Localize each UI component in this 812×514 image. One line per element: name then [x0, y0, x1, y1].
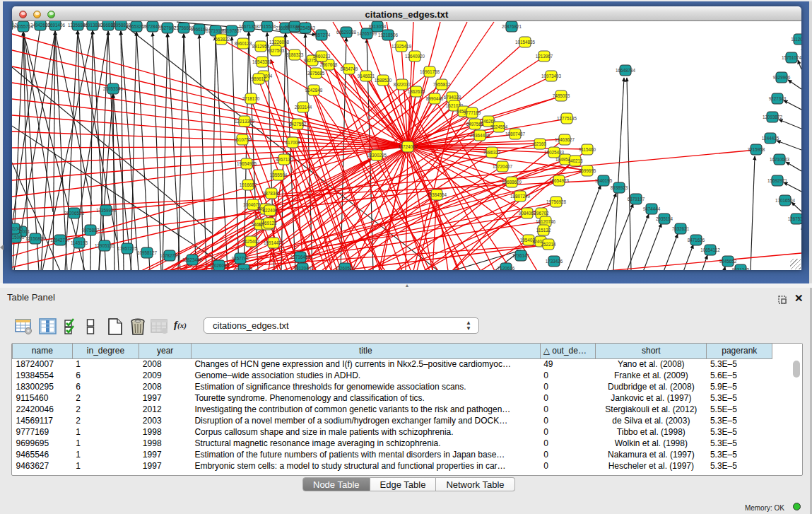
svg-text:83197857: 83197857	[222, 28, 242, 33]
svg-text:19218506: 19218506	[378, 33, 399, 37]
svg-text:19756928: 19756928	[546, 199, 567, 204]
svg-text:1916682: 1916682	[240, 182, 257, 187]
svg-text:8322037: 8322037	[394, 82, 411, 87]
svg-text:1610755: 1610755	[234, 137, 252, 142]
svg-text:10688609: 10688609	[502, 180, 522, 185]
svg-text:17957225: 17957225	[117, 246, 138, 251]
svg-text:9327503: 9327503	[267, 48, 285, 53]
svg-text:10654923: 10654923	[549, 178, 570, 183]
svg-text:12325419: 12325419	[392, 44, 412, 49]
svg-text:20691406: 20691406	[45, 23, 66, 28]
svg-text:2935114: 2935114	[656, 216, 673, 221]
svg-text:7857274: 7857274	[313, 33, 331, 37]
svg-text:989612: 989612	[251, 76, 266, 81]
svg-text:89254563: 89254563	[295, 25, 316, 30]
svg-text:196702: 196702	[534, 211, 549, 216]
svg-text:6379197: 6379197	[628, 197, 645, 201]
svg-text:9699695: 9699695	[579, 168, 596, 173]
svg-text:12823446: 12823446	[182, 257, 203, 262]
svg-text:9031245: 9031245	[732, 267, 750, 270]
svg-text:13640920: 13640920	[405, 54, 425, 59]
svg-text:2803144: 2803144	[295, 105, 312, 110]
svg-text:9115460: 9115460	[579, 147, 596, 152]
svg-text:417004: 417004	[285, 140, 300, 145]
svg-text:12905135: 12905135	[95, 243, 115, 248]
svg-text:1213967: 1213967	[536, 54, 553, 59]
svg-text:1588520: 1588520	[375, 78, 392, 83]
svg-text:7986322: 7986322	[483, 150, 501, 155]
svg-text:1355594: 1355594	[270, 173, 288, 177]
svg-text:7663822: 7663822	[213, 37, 230, 42]
svg-text:19654935: 19654935	[237, 161, 257, 166]
svg-text:1362615: 1362615	[408, 89, 425, 94]
svg-text:18300295: 18300295	[367, 153, 387, 158]
svg-text:18807249: 18807249	[510, 194, 531, 199]
svg-text:16961758: 16961758	[420, 69, 440, 74]
svg-text:8471626: 8471626	[688, 238, 705, 243]
svg-text:16648784: 16648784	[616, 68, 636, 73]
svg-text:9777169: 9777169	[464, 110, 481, 115]
svg-text:7632621: 7632621	[672, 226, 690, 231]
svg-text:10654112: 10654112	[700, 247, 720, 252]
svg-text:12775135: 12775135	[557, 116, 577, 121]
svg-text:9474444: 9474444	[643, 206, 661, 211]
svg-text:940213: 940213	[567, 158, 583, 163]
svg-text:2867608: 2867608	[320, 62, 338, 67]
svg-text:3878342: 3878342	[263, 191, 281, 196]
svg-text:12156829: 12156829	[25, 236, 46, 241]
svg-text:16543382: 16543382	[252, 59, 273, 64]
svg-text:17359924: 17359924	[96, 208, 117, 213]
svg-text:13226058: 13226058	[269, 40, 290, 45]
svg-text:822404: 822404	[262, 208, 278, 213]
svg-text:6794028: 6794028	[444, 95, 461, 100]
svg-text:10807487: 10807487	[505, 132, 526, 136]
svg-text:9457791: 9457791	[232, 256, 249, 261]
svg-text:7955812: 7955812	[433, 82, 451, 87]
svg-text:16671358: 16671358	[239, 24, 259, 29]
svg-text:9329906: 9329906	[773, 75, 791, 80]
svg-text:9227343: 9227343	[769, 96, 787, 101]
svg-text:8990448: 8990448	[426, 96, 444, 101]
svg-text:7515524: 7515524	[259, 24, 276, 29]
svg-text:8427552: 8427552	[289, 122, 307, 127]
svg-text:3875685: 3875685	[307, 71, 325, 76]
svg-text:3624554: 3624554	[490, 124, 508, 129]
svg-text:3267130: 3267130	[276, 157, 293, 162]
svg-text:7625402: 7625402	[242, 239, 260, 244]
svg-text:7120616: 7120616	[498, 266, 515, 270]
svg-text:16210643: 16210643	[770, 157, 790, 162]
svg-text:8120465: 8120465	[235, 267, 253, 270]
svg-text:3215958: 3215958	[748, 147, 765, 152]
svg-text:12213303: 12213303	[235, 119, 255, 124]
svg-text:8186323: 8186323	[286, 52, 304, 57]
svg-text:9242848: 9242848	[305, 88, 323, 93]
svg-text:8960123: 8960123	[235, 41, 252, 46]
svg-text:115132: 115132	[536, 228, 551, 233]
svg-text:5460213: 5460213	[313, 54, 331, 59]
svg-text:1267534: 1267534	[788, 216, 801, 221]
svg-text:15751074: 15751074	[782, 55, 801, 60]
svg-text:19463627: 19463627	[555, 137, 575, 142]
svg-text:9146821: 9146821	[358, 74, 375, 78]
svg-text:7485003: 7485003	[553, 93, 570, 98]
svg-text:1145193: 1145193	[71, 240, 88, 245]
svg-text:1736141: 1736141	[512, 253, 530, 258]
svg-text:16914479: 16914479	[264, 240, 284, 245]
svg-text:1640195: 1640195	[595, 178, 613, 183]
svg-text:20876821: 20876821	[502, 24, 522, 29]
svg-text:12942737: 12942737	[50, 238, 71, 243]
svg-text:16120746: 16120746	[536, 219, 556, 224]
svg-text:8813054: 8813054	[369, 24, 387, 29]
svg-text:12026044: 12026044	[209, 263, 230, 268]
svg-text:9245652: 9245652	[719, 259, 737, 264]
svg-text:8454749: 8454749	[341, 66, 358, 71]
svg-text:9975887: 9975887	[82, 228, 100, 233]
svg-text:15720407: 15720407	[493, 164, 513, 169]
svg-text:12093872: 12093872	[763, 115, 783, 119]
svg-text:1244415: 1244415	[762, 136, 779, 141]
svg-text:16782759: 16782759	[160, 253, 180, 258]
svg-text:20364436: 20364436	[470, 133, 490, 138]
svg-text:10958127: 10958127	[137, 250, 158, 255]
svg-text:10260520: 10260520	[335, 266, 355, 270]
svg-text:15716485: 15716485	[290, 255, 311, 259]
